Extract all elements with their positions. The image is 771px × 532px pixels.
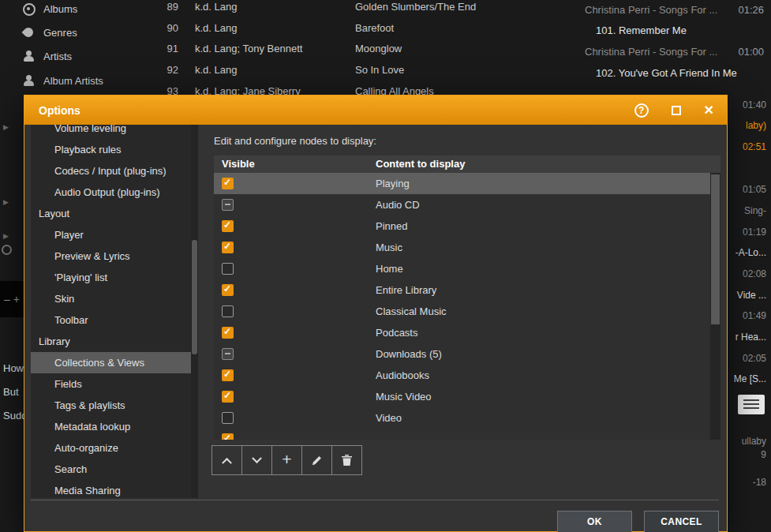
options-nav-item[interactable]: Search: [31, 459, 198, 480]
clipped-text-fragment: Vide ...: [737, 290, 766, 301]
queue-row-time: 01:26: [738, 4, 764, 16]
track-artist: k.d. Lang: [195, 1, 238, 13]
track-row[interactable]: 91 k.d. Lang; Tony Bennett Moonglow: [158, 39, 584, 59]
track-title: Golden Slumbers/The End: [355, 1, 476, 13]
queue-row[interactable]: 102. You've Got A Friend In Me: [582, 63, 771, 84]
node-row[interactable]: Pinned: [214, 215, 720, 237]
move-up-button[interactable]: [211, 445, 242, 475]
expand-arrow-icon[interactable]: ▶: [3, 123, 9, 131]
clipped-text-fragment: ullaby: [742, 436, 766, 447]
nav-scrollbar[interactable]: [191, 125, 198, 498]
options-nav-item[interactable]: Collections & Views: [31, 352, 198, 373]
visible-checkbox[interactable]: [222, 391, 234, 403]
node-row[interactable]: Podcasts: [214, 322, 720, 343]
visible-checkbox[interactable]: [222, 412, 234, 424]
options-nav-item[interactable]: Toolbar: [31, 309, 198, 331]
expand-arrow-icon[interactable]: ▶: [3, 198, 9, 206]
options-nav-item[interactable]: Playback rules: [31, 139, 198, 160]
cancel-button[interactable]: CANCEL: [644, 511, 719, 532]
visible-checkbox[interactable]: [222, 242, 234, 253]
help-icon[interactable]: ?: [634, 103, 649, 118]
node-row[interactable]: Audiobooks: [214, 365, 720, 386]
options-nav-item[interactable]: Media Sharing: [31, 480, 198, 498]
node-row[interactable]: Video: [214, 407, 720, 429]
edit-node-button[interactable]: [301, 445, 332, 475]
clipped-text-fragment: Me [S...: [734, 373, 766, 384]
options-nav-list: Volume leveling Playback rules Codecs / …: [31, 125, 198, 498]
options-nav-item[interactable]: Preview & Lyrics: [31, 245, 198, 267]
options-nav-item[interactable]: Skin: [31, 288, 198, 309]
dialog-titlebar[interactable]: Options ? ✕: [24, 96, 727, 125]
node-row[interactable]: Music: [214, 237, 720, 258]
options-nav-item[interactable]: Metadata lookup: [31, 416, 198, 437]
options-nav-item[interactable]: Codecs / Input (plug-ins): [31, 160, 198, 182]
options-nav-item[interactable]: Player: [31, 224, 198, 245]
options-nav-item[interactable]: Layout: [31, 203, 198, 224]
table-scrollbar[interactable]: [710, 173, 720, 440]
dialog-title: Options: [39, 104, 80, 117]
visible-checkbox[interactable]: [222, 305, 234, 317]
node-row[interactable]: Music Video: [214, 386, 720, 407]
options-nav-item[interactable]: Fields: [31, 373, 198, 395]
delete-node-button[interactable]: [331, 445, 362, 475]
visible-checkbox[interactable]: [222, 284, 234, 296]
add-node-button[interactable]: +: [271, 445, 302, 475]
options-nav-item[interactable]: Volume leveling: [31, 125, 198, 139]
move-down-button[interactable]: [241, 445, 272, 475]
minus-icon[interactable]: –: [4, 293, 10, 305]
queue-row-text: 102. You've Got A Friend In Me: [596, 67, 737, 79]
sidebar-item[interactable]: Artists: [22, 47, 72, 65]
options-nav-item[interactable]: 'Playing' list: [31, 267, 198, 288]
app-window: Albums Genres Artists Album Artists 89 k…: [0, 0, 771, 532]
node-label: Music Video: [376, 391, 432, 403]
options-nav-item[interactable]: Library: [31, 331, 198, 352]
ok-button[interactable]: OK: [557, 511, 632, 532]
visible-checkbox[interactable]: [222, 263, 234, 275]
options-nav-item[interactable]: Auto-organize: [31, 437, 198, 459]
options-nav-panel: Volume leveling Playback rules Codecs / …: [31, 125, 198, 498]
playing-panel-icon[interactable]: [738, 395, 765, 414]
queue-row[interactable]: 101. Remember Me: [582, 21, 771, 41]
close-icon[interactable]: ✕: [704, 104, 714, 117]
visible-checkbox[interactable]: [222, 327, 234, 339]
lyrics-text-fragment: How: [3, 362, 24, 374]
options-nav-item[interactable]: Tags & playlists: [31, 395, 198, 416]
mini-player-controls[interactable]: – +: [0, 281, 24, 317]
node-label: Classical Music: [376, 305, 447, 317]
table-scrollbar-thumb[interactable]: [711, 174, 720, 324]
visible-checkbox[interactable]: [222, 220, 234, 232]
maximize-icon[interactable]: [672, 106, 681, 115]
node-label: Downloads (5): [376, 348, 442, 360]
sidebar-item-label: Album Artists: [43, 75, 103, 87]
track-number: 89: [161, 1, 178, 13]
sidebar-item[interactable]: Albums: [22, 0, 77, 17]
node-row[interactable]: Audio CD: [214, 194, 720, 215]
track-row[interactable]: 92 k.d. Lang So In Love: [158, 60, 584, 81]
queue-row[interactable]: Christina Perri - Songs For ... 01:26: [582, 0, 771, 21]
node-row[interactable]: [214, 429, 720, 440]
sidebar-item[interactable]: Album Artists: [22, 72, 103, 89]
track-title: Moonglow: [355, 43, 402, 54]
plus-icon[interactable]: +: [13, 293, 20, 305]
track-number: 90: [161, 22, 178, 34]
visible-checkbox[interactable]: [222, 433, 234, 440]
track-number: 92: [161, 64, 178, 76]
visible-checkbox[interactable]: [222, 178, 234, 189]
queue-row[interactable]: Christina Perri - Songs For ... 01:00: [582, 42, 771, 62]
track-row[interactable]: 90 k.d. Lang Barefoot: [158, 18, 584, 39]
node-row[interactable]: Classical Music: [214, 301, 720, 322]
track-row[interactable]: 89 k.d. Lang Golden Slumbers/The End: [158, 0, 584, 17]
expand-arrow-icon[interactable]: ▶: [3, 232, 9, 240]
visible-checkbox[interactable]: [222, 348, 234, 360]
node-row[interactable]: Home: [214, 258, 720, 279]
clipped-text-fragment: 02:51: [743, 141, 766, 152]
sidebar-item[interactable]: Genres: [22, 24, 77, 41]
visible-checkbox[interactable]: [222, 369, 234, 381]
node-row[interactable]: Downloads (5): [214, 343, 720, 365]
options-nav-item[interactable]: Audio Output (plug-ins): [31, 182, 198, 203]
node-row[interactable]: Playing: [214, 173, 720, 194]
nav-scrollbar-thumb[interactable]: [192, 240, 197, 354]
visible-checkbox[interactable]: [222, 199, 234, 211]
node-row[interactable]: Entire Library: [214, 279, 720, 301]
track-number: 91: [161, 43, 178, 54]
